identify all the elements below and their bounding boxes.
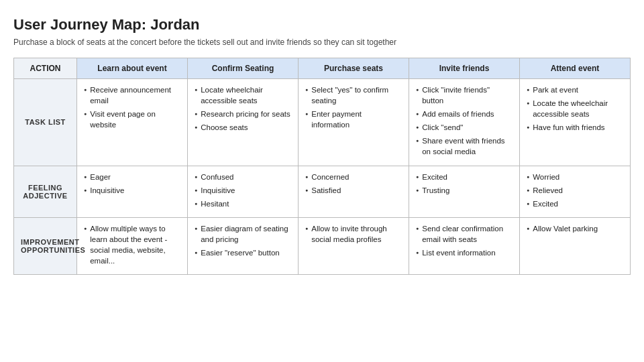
list-item: Share event with friends on social media xyxy=(416,135,513,157)
cell-r0-c4: Park at eventLocate the wheelchair acces… xyxy=(519,79,630,166)
cell-r2-c2: Allow to invite through social media pro… xyxy=(298,217,409,274)
cell-r0-c3: Click "invite friends" buttonAdd emails … xyxy=(409,79,519,166)
list-item: Visit event page on website xyxy=(84,109,180,130)
cell-r2-c0: Allow multiple ways to learn about the e… xyxy=(76,217,187,274)
list-item: Receive announcement email xyxy=(84,84,180,106)
cell-r2-c4: Allow Valet parking xyxy=(519,217,630,274)
list-item: List event information xyxy=(416,247,513,258)
header-col5: Attend event xyxy=(519,58,630,79)
header-action: ACTION xyxy=(14,58,77,79)
list-item: Allow multiple ways to learn about the e… xyxy=(84,223,180,266)
list-item: Satisfied xyxy=(305,185,402,196)
list-item: Confused xyxy=(195,172,291,182)
list-item: Excited xyxy=(527,198,623,209)
cell-r2-c3: Send clear confirmation email with seats… xyxy=(409,217,519,274)
row-label-0: TASK LIST xyxy=(14,79,77,166)
list-item: Inquisitive xyxy=(84,185,180,196)
cell-r1-c4: WorriedRelievedExcited xyxy=(519,166,630,217)
table-row-1: FEELING ADJECTIVEEagerInquisitiveConfuse… xyxy=(14,166,631,217)
cell-r1-c2: ConcernedSatisfied xyxy=(298,166,409,217)
list-item: Click "send" xyxy=(416,122,513,133)
list-item: Eager xyxy=(84,172,180,182)
list-item: Allow to invite through social media pro… xyxy=(305,223,402,245)
cell-r2-c1: Easier diagram of seating and pricingEas… xyxy=(187,217,298,274)
list-item: Inquisitive xyxy=(195,185,291,196)
list-item: Worried xyxy=(527,172,623,182)
journey-map-table: ACTION Learn about event Confirm Seating… xyxy=(13,58,631,275)
header-col2: Confirm Seating xyxy=(187,58,298,79)
cell-r1-c3: ExcitedTrusting xyxy=(409,166,519,217)
list-item: Relieved xyxy=(527,185,623,196)
list-item: Trusting xyxy=(416,185,513,196)
list-item: Excited xyxy=(416,172,513,182)
header-col1: Learn about event xyxy=(76,58,187,79)
list-item: Easier diagram of seating and pricing xyxy=(195,223,291,245)
list-item: Add emails of friends xyxy=(416,109,513,119)
row-label-2: IMPROVEMENT OPPORTUNITIES xyxy=(14,217,77,274)
page-subtitle: Purchase a block of seats at the concert… xyxy=(13,38,631,47)
cell-r0-c1: Locate wheelchair accessible seatsResear… xyxy=(187,79,298,166)
list-item: Easier "reserve" button xyxy=(195,247,291,258)
list-item: Send clear confirmation email with seats xyxy=(416,223,513,245)
list-item: Concerned xyxy=(305,172,402,182)
cell-r0-c2: Select "yes" to confirm seatingEnter pay… xyxy=(298,79,409,166)
list-item: Enter payment information xyxy=(305,109,402,130)
header-col3: Purchase seats xyxy=(298,58,409,79)
list-item: Locate the wheelchair accessible seats xyxy=(527,98,623,119)
header-col4: Invite friends xyxy=(409,58,519,79)
list-item: Park at event xyxy=(527,84,623,95)
list-item: Select "yes" to confirm seating xyxy=(305,84,402,106)
page-title: User Journey Map: Jordan xyxy=(13,16,631,34)
cell-r1-c1: ConfusedInquisitiveHesitant xyxy=(187,166,298,217)
list-item: Click "invite friends" button xyxy=(416,84,513,106)
cell-r1-c0: EagerInquisitive xyxy=(76,166,187,217)
row-label-1: FEELING ADJECTIVE xyxy=(14,166,77,217)
table-row-0: TASK LISTReceive announcement emailVisit… xyxy=(14,79,631,166)
table-row-2: IMPROVEMENT OPPORTUNITIESAllow multiple … xyxy=(14,217,631,274)
list-item: Choose seats xyxy=(195,122,291,133)
list-item: Research pricing for seats xyxy=(195,109,291,119)
list-item: Locate wheelchair accessible seats xyxy=(195,84,291,106)
list-item: Allow Valet parking xyxy=(527,223,623,234)
list-item: Hesitant xyxy=(195,198,291,209)
list-item: Have fun with friends xyxy=(527,122,623,133)
cell-r0-c0: Receive announcement emailVisit event pa… xyxy=(76,79,187,166)
